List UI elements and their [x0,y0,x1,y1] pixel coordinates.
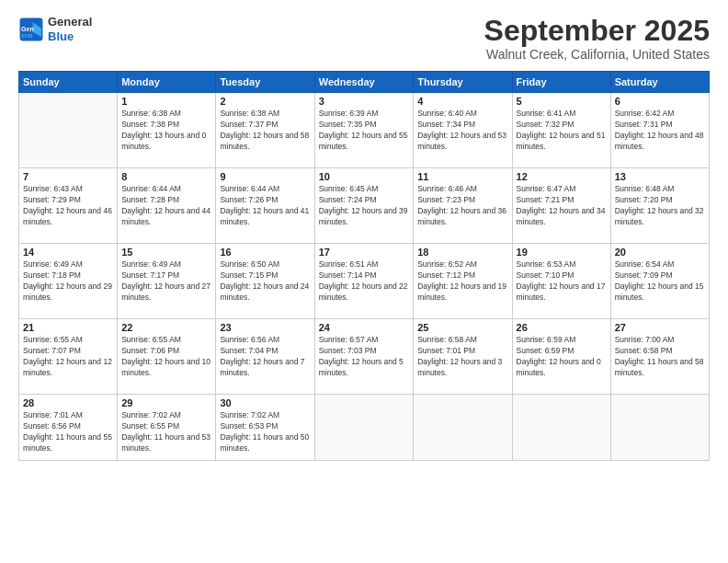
logo: Gen eral General Blue [18,15,92,43]
day-num-3-3: 24 [319,322,409,333]
day-info-3-1: Sunrise: 6:55 AMSunset: 7:06 PMDaylight:… [121,335,211,379]
day-num-4-1: 29 [121,397,211,408]
cell-4-2: 30Sunrise: 7:02 AMSunset: 6:53 PMDayligh… [216,395,314,461]
week-row-5: 28Sunrise: 7:01 AMSunset: 6:56 PMDayligh… [19,395,710,461]
day-num-1-0: 7 [23,171,113,182]
day-num-2-1: 15 [121,247,211,258]
week-row-1: 1Sunrise: 6:38 AMSunset: 7:38 PMDaylight… [19,93,710,168]
logo-text-line2: Blue [48,29,92,44]
col-monday: Monday [118,72,216,93]
cell-0-1: 1Sunrise: 6:38 AMSunset: 7:38 PMDaylight… [118,93,216,168]
cell-2-1: 15Sunrise: 6:49 AMSunset: 7:17 PMDayligh… [118,244,216,319]
cell-3-1: 22Sunrise: 6:55 AMSunset: 7:06 PMDayligh… [118,319,216,395]
cell-1-6: 13Sunrise: 6:48 AMSunset: 7:20 PMDayligh… [610,168,709,244]
cell-0-3: 3Sunrise: 6:39 AMSunset: 7:35 PMDaylight… [314,93,413,168]
day-info-4-1: Sunrise: 7:02 AMSunset: 6:55 PMDaylight:… [121,410,211,454]
week-row-2: 7Sunrise: 6:43 AMSunset: 7:29 PMDaylight… [19,168,710,244]
day-num-0-3: 3 [319,96,409,107]
day-info-1-2: Sunrise: 6:44 AMSunset: 7:26 PMDaylight:… [220,184,310,228]
calendar-table: Sunday Monday Tuesday Wednesday Thursday… [18,71,710,461]
logo-icon: Gen eral [18,17,44,42]
day-info-2-3: Sunrise: 6:51 AMSunset: 7:14 PMDaylight:… [319,259,409,304]
week-row-3: 14Sunrise: 6:49 AMSunset: 7:18 PMDayligh… [19,244,710,319]
cell-2-0: 14Sunrise: 6:49 AMSunset: 7:18 PMDayligh… [19,244,118,319]
day-num-1-1: 8 [121,171,211,182]
day-info-2-4: Sunrise: 6:52 AMSunset: 7:12 PMDaylight:… [417,259,507,304]
day-num-1-4: 11 [417,171,507,182]
day-num-0-2: 2 [220,96,310,107]
day-num-2-5: 19 [517,247,607,258]
day-num-1-3: 10 [319,171,409,182]
svg-text:Gen: Gen [21,25,34,31]
logo-text-line1: General [48,15,92,29]
day-info-1-3: Sunrise: 6:45 AMSunset: 7:24 PMDaylight:… [319,184,409,228]
cell-0-5: 5Sunrise: 6:41 AMSunset: 7:32 PMDaylight… [512,93,610,168]
day-info-2-1: Sunrise: 6:49 AMSunset: 7:17 PMDaylight:… [121,259,211,304]
title-block: September 2025 Walnut Creek, California,… [484,15,710,62]
calendar-header-row: Sunday Monday Tuesday Wednesday Thursday… [19,72,710,93]
day-num-1-6: 13 [615,171,705,182]
day-num-2-6: 20 [615,247,705,258]
cell-3-6: 27Sunrise: 7:00 AMSunset: 6:58 PMDayligh… [610,319,709,395]
cell-4-3 [314,395,413,461]
day-info-0-1: Sunrise: 6:38 AMSunset: 7:38 PMDaylight:… [121,109,211,153]
cell-1-1: 8Sunrise: 6:44 AMSunset: 7:28 PMDaylight… [118,168,216,244]
cell-0-0 [19,93,118,168]
day-num-2-4: 18 [417,247,507,258]
col-saturday: Saturday [610,72,709,93]
day-info-1-5: Sunrise: 6:47 AMSunset: 7:21 PMDaylight:… [517,184,607,228]
cell-4-0: 28Sunrise: 7:01 AMSunset: 6:56 PMDayligh… [19,395,118,461]
day-num-2-3: 17 [319,247,409,258]
day-info-0-6: Sunrise: 6:42 AMSunset: 7:31 PMDaylight:… [615,109,705,153]
day-info-3-4: Sunrise: 6:58 AMSunset: 7:01 PMDaylight:… [417,335,507,379]
day-num-3-5: 26 [517,322,607,333]
col-friday: Friday [512,72,610,93]
day-num-2-2: 16 [220,247,310,258]
day-num-3-0: 21 [23,322,113,333]
cell-1-5: 12Sunrise: 6:47 AMSunset: 7:21 PMDayligh… [512,168,610,244]
day-info-1-6: Sunrise: 6:48 AMSunset: 7:20 PMDaylight:… [615,184,705,228]
cell-4-4 [414,395,512,461]
col-thursday: Thursday [414,72,512,93]
day-info-0-2: Sunrise: 6:38 AMSunset: 7:37 PMDaylight:… [220,109,310,153]
cell-0-6: 6Sunrise: 6:42 AMSunset: 7:31 PMDaylight… [610,93,709,168]
cell-1-4: 11Sunrise: 6:46 AMSunset: 7:23 PMDayligh… [414,168,512,244]
cell-1-0: 7Sunrise: 6:43 AMSunset: 7:29 PMDaylight… [19,168,118,244]
day-info-1-1: Sunrise: 6:44 AMSunset: 7:28 PMDaylight:… [121,184,211,228]
cell-0-2: 2Sunrise: 6:38 AMSunset: 7:37 PMDaylight… [216,93,314,168]
week-row-4: 21Sunrise: 6:55 AMSunset: 7:07 PMDayligh… [19,319,710,395]
cell-3-2: 23Sunrise: 6:56 AMSunset: 7:04 PMDayligh… [216,319,314,395]
cell-3-5: 26Sunrise: 6:59 AMSunset: 6:59 PMDayligh… [512,319,610,395]
cell-2-2: 16Sunrise: 6:50 AMSunset: 7:15 PMDayligh… [216,244,314,319]
day-info-3-6: Sunrise: 7:00 AMSunset: 6:58 PMDaylight:… [615,335,705,379]
page: Gen eral General Blue September 2025 Wal… [0,0,728,563]
day-num-0-1: 1 [121,96,211,107]
day-info-3-0: Sunrise: 6:55 AMSunset: 7:07 PMDaylight:… [23,335,113,379]
col-wednesday: Wednesday [314,72,413,93]
svg-text:eral: eral [21,31,33,38]
day-num-0-4: 4 [417,96,507,107]
col-sunday: Sunday [19,72,118,93]
day-info-2-2: Sunrise: 6:50 AMSunset: 7:15 PMDaylight:… [220,259,310,304]
cell-0-4: 4Sunrise: 6:40 AMSunset: 7:34 PMDaylight… [414,93,512,168]
cell-4-5 [512,395,610,461]
day-info-0-3: Sunrise: 6:39 AMSunset: 7:35 PMDaylight:… [319,109,409,153]
day-num-4-2: 30 [220,397,310,408]
cell-4-1: 29Sunrise: 7:02 AMSunset: 6:55 PMDayligh… [118,395,216,461]
day-info-1-4: Sunrise: 6:46 AMSunset: 7:23 PMDaylight:… [417,184,507,228]
day-num-1-5: 12 [517,171,607,182]
day-info-2-6: Sunrise: 6:54 AMSunset: 7:09 PMDaylight:… [615,259,705,304]
cell-4-6 [610,395,709,461]
day-num-1-2: 9 [220,171,310,182]
cell-2-3: 17Sunrise: 6:51 AMSunset: 7:14 PMDayligh… [314,244,413,319]
col-tuesday: Tuesday [216,72,314,93]
cell-1-2: 9Sunrise: 6:44 AMSunset: 7:26 PMDaylight… [216,168,314,244]
day-info-2-0: Sunrise: 6:49 AMSunset: 7:18 PMDaylight:… [23,259,113,304]
month-title: September 2025 [484,15,710,47]
day-num-3-4: 25 [417,322,507,333]
location-title: Walnut Creek, California, United States [484,47,710,62]
cell-2-4: 18Sunrise: 6:52 AMSunset: 7:12 PMDayligh… [414,244,512,319]
cell-3-4: 25Sunrise: 6:58 AMSunset: 7:01 PMDayligh… [414,319,512,395]
day-num-3-2: 23 [220,322,310,333]
day-info-3-2: Sunrise: 6:56 AMSunset: 7:04 PMDaylight:… [220,335,310,379]
